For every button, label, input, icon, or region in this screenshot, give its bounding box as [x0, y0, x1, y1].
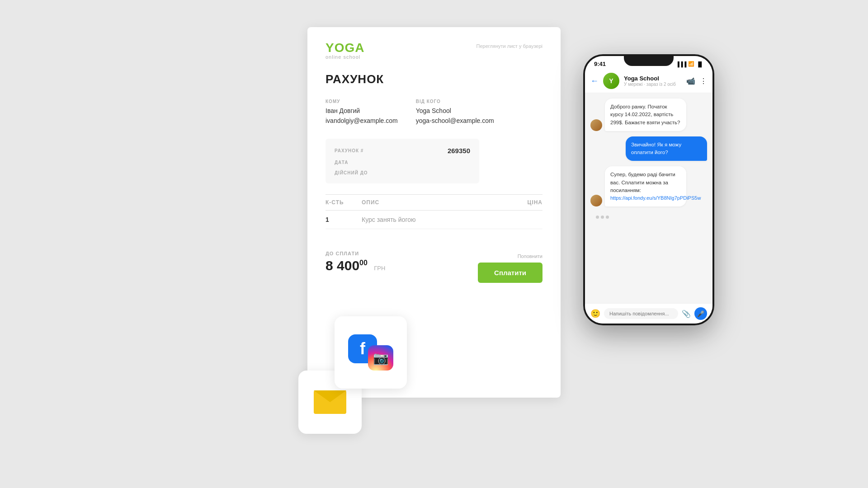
sender-avatar-1 [590, 119, 602, 131]
chat-header-actions: 📹 ⋮ [686, 77, 707, 85]
social-icons: f 📷 [348, 334, 393, 371]
invoice-details-card: РАХУНОК # 269350 ДАТА ДІЙСНИЙ ДО [326, 139, 479, 183]
status-time: 9:41 [594, 61, 606, 67]
to-block: КОМУ Іван Довгий ivandolgiy@example.com [326, 99, 398, 126]
to-email: ivandolgiy@example.com [326, 116, 398, 126]
more-options-icon[interactable]: ⋮ [700, 77, 707, 85]
view-in-browser-link[interactable]: Переглянути лист у браузері [476, 43, 542, 49]
chat-input[interactable] [604, 308, 678, 319]
contact-status: У мережі · зараз із 2 осіб [624, 82, 682, 87]
invoice-date-row: ДАТА [335, 160, 470, 165]
payment-link[interactable]: https://api.fondy.eu/s/YB8NIg7pPDiPS5w [610, 195, 701, 201]
instagram-icon[interactable]: 📷 [368, 345, 393, 371]
signal-icon: ▐▐▐ [676, 61, 686, 67]
row-desc: Курс занять йогою [362, 216, 506, 223]
chat-messages: Доброго ранку. Початок курсу 14.02.2022,… [585, 93, 712, 303]
back-button[interactable]: ← [590, 76, 599, 86]
qty-header: К-СТЬ [326, 199, 362, 206]
total-amount-row: 8 40000 ГРН [326, 258, 385, 273]
message-row-2: Звичайно! Як я можу оплатити його? [590, 136, 707, 161]
message-row-1: Доброго ранку. Початок курсу 14.02.2022,… [590, 99, 707, 131]
from-label: ВІД КОГО [416, 99, 494, 104]
total-amount: 8 40000 [326, 258, 371, 273]
invoice-date-label: ДАТА [335, 160, 349, 165]
pay-button[interactable]: Сплатити [478, 263, 542, 283]
from-block: ВІД КОГО Yoga School yoga-school@example… [416, 99, 494, 126]
typing-dot-3 [606, 216, 609, 219]
phone-notch [624, 54, 674, 66]
contact-info: Yoga School У мережі · зараз із 2 осіб [624, 75, 682, 87]
typing-dot-2 [601, 216, 604, 219]
message-row-3: Супер, будемо раді бачити вас. Сплатити … [590, 166, 707, 206]
sender-avatar-3 [590, 195, 602, 206]
battery-icon: ▐▌ [696, 61, 703, 67]
invoice-title: РАХУНОК [326, 72, 542, 86]
typing-dot-1 [596, 216, 599, 219]
from-name: Yoga School [416, 106, 494, 116]
price-header: ЦІНА [506, 199, 542, 206]
table-row: 1 Курс занять йогою [326, 211, 542, 229]
contact-name: Yoga School [624, 75, 682, 82]
row-qty: 1 [326, 216, 362, 223]
message-bubble-1: Доброго ранку. Початок курсу 14.02.2022,… [605, 99, 686, 131]
contact-avatar: Y [603, 73, 619, 89]
invoice-number-value: 269350 [448, 147, 470, 155]
to-label: КОМУ [326, 99, 398, 104]
wifi-icon: 📶 [688, 61, 694, 67]
invoice-meta: КОМУ Іван Довгий ivandolgiy@example.com … [326, 99, 542, 126]
brand-subtitle: online school [326, 54, 542, 60]
typing-indicator [590, 212, 707, 222]
phone-mockup: 9:41 ▐▐▐ 📶 ▐▌ ← Y Yoga School У мережі ·… [583, 54, 714, 325]
emoji-icon[interactable]: 🙂 [590, 309, 600, 319]
desc-header: ОПИС [362, 199, 506, 206]
pay-section: Поповнити Сплатити [478, 251, 542, 283]
message-bubble-2: Звичайно! Як я можу оплатити його? [626, 136, 707, 161]
pay-note: Поповнити [478, 253, 542, 259]
email-envelope-icon [314, 390, 346, 414]
total-currency: ГРН [374, 265, 385, 272]
chat-header: ← Y Yoga School У мережі · зараз із 2 ос… [585, 69, 712, 93]
chat-input-bar: 🙂 📎 🎤 [585, 303, 712, 324]
total-block: ДО СПЛАТИ 8 40000 ГРН [326, 251, 385, 273]
invoice-number-row: РАХУНОК # 269350 [335, 147, 470, 155]
total-label: ДО СПЛАТИ [326, 251, 385, 256]
message-bubble-3: Супер, будемо раді бачити вас. Сплатити … [605, 166, 686, 206]
from-email: yoga-school@example.com [416, 116, 494, 126]
to-name: Іван Довгий [326, 106, 398, 116]
social-card: f 📷 [335, 316, 407, 389]
status-icons: ▐▐▐ 📶 ▐▌ [676, 61, 703, 67]
total-section: ДО СПЛАТИ 8 40000 ГРН Поповнити Сплатити [326, 244, 542, 283]
table-header: К-СТЬ ОПИС ЦІНА [326, 194, 542, 211]
invoice-valid-row: ДІЙСНИЙ ДО [335, 170, 470, 175]
phone-screen: 9:41 ▐▐▐ 📶 ▐▌ ← Y Yoga School У мережі ·… [585, 56, 712, 324]
video-call-icon[interactable]: 📹 [686, 77, 695, 85]
attachment-icon[interactable]: 📎 [682, 310, 691, 318]
microphone-icon[interactable]: 🎤 [694, 307, 707, 320]
invoice-number-label: РАХУНОК # [335, 148, 363, 153]
invoice-valid-label: ДІЙСНИЙ ДО [335, 170, 368, 175]
